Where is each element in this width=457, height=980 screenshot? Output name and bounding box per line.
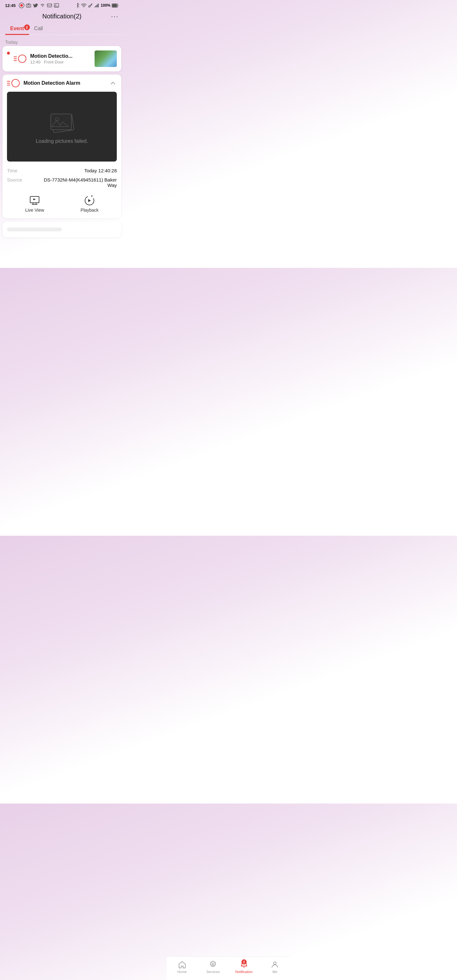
- signal-icon: [40, 3, 45, 8]
- more-menu-button[interactable]: ···: [111, 13, 119, 21]
- bluetooth-icon: [75, 3, 80, 8]
- notif-body: Motion Detectio... 12:40 Front Door: [30, 53, 91, 64]
- twitter-icon: [33, 3, 38, 8]
- record-icon: [19, 3, 24, 8]
- status-time: 12:45: [5, 3, 59, 8]
- notification-image-area: Loading pictures failed.: [7, 92, 117, 162]
- svg-rect-16: [112, 4, 117, 7]
- expanded-notif-header: Motion Detection Alarm: [3, 75, 121, 92]
- detail-source-row: Source DS-7732NI-M4(K49451611) Baker Way: [7, 175, 117, 190]
- playback-icon: [84, 195, 95, 206]
- wifi-icon: [81, 3, 87, 8]
- details-section: Time Today 12:40:28 Source DS-7732NI-M4(…: [3, 162, 121, 190]
- tab-call[interactable]: Call: [29, 22, 48, 35]
- collapse-button[interactable]: [109, 80, 117, 87]
- phone-signal-icon: [88, 3, 93, 8]
- section-today: Today: [3, 37, 121, 46]
- image-error-text: Loading pictures failed.: [36, 138, 88, 144]
- svg-point-5: [42, 6, 43, 7]
- live-view-label: Live View: [25, 208, 44, 213]
- expanded-notif-card: Motion Detection Alarm: [3, 75, 121, 218]
- unread-dot: [7, 52, 10, 54]
- signal-bars-icon: [94, 3, 99, 8]
- live-view-icon: [29, 195, 40, 206]
- notif-title: Motion Detectio...: [30, 53, 91, 59]
- source-value: DS-7732NI-M4(K49451611) Baker Way: [40, 177, 117, 188]
- notif-thumbnail: [95, 51, 117, 67]
- content-area: Today Motion Detectio... 12:40: [0, 37, 124, 268]
- detail-time-row: Time Today 12:40:28: [7, 166, 117, 175]
- gallery-icon: [54, 3, 59, 8]
- svg-point-9: [83, 7, 84, 7]
- playback-button[interactable]: Playback: [81, 195, 99, 213]
- tab-event[interactable]: Event 2: [5, 22, 29, 35]
- svg-rect-12: [96, 5, 97, 7]
- header: Notification(2) ···: [0, 10, 124, 22]
- page-title: Notification(2): [42, 13, 81, 20]
- svg-point-1: [20, 4, 23, 7]
- notif-card-1[interactable]: Motion Detectio... 12:40 Front Door: [3, 46, 121, 72]
- live-view-button[interactable]: Live View: [25, 195, 44, 213]
- svg-rect-18: [51, 114, 72, 130]
- playback-label: Playback: [81, 208, 99, 213]
- tabs-container: Event 2 Call: [0, 22, 124, 35]
- time-label: Time: [7, 168, 18, 173]
- status-bar: 12:45: [0, 0, 124, 10]
- svg-rect-13: [97, 5, 98, 7]
- expanded-notif-title: Motion Detection Alarm: [24, 80, 80, 86]
- battery-icon: [112, 3, 119, 8]
- motion-icon: [14, 54, 26, 63]
- svg-point-3: [28, 5, 30, 7]
- motion-icon-expanded: [7, 79, 20, 87]
- svg-rect-14: [98, 3, 99, 7]
- camera-icon: [26, 3, 32, 8]
- email-icon: [47, 3, 53, 8]
- action-buttons: Live View Playback: [3, 190, 121, 218]
- svg-rect-4: [28, 3, 30, 5]
- notif-time-loc: 12:40 Front Door: [30, 60, 91, 64]
- partial-card: [3, 221, 121, 237]
- svg-rect-11: [95, 6, 96, 7]
- svg-rect-6: [47, 4, 52, 7]
- time-value: Today 12:40:28: [84, 168, 117, 173]
- source-label: Source: [7, 177, 22, 183]
- image-placeholder-icon: [46, 109, 78, 135]
- status-indicators: 100%: [75, 3, 119, 8]
